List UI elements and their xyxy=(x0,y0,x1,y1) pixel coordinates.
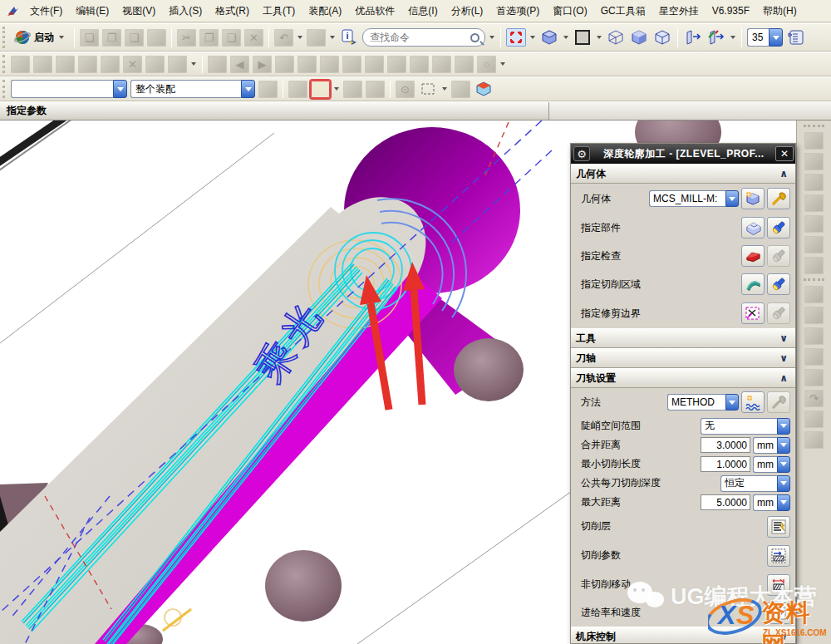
menu-help[interactable]: 帮助(H) xyxy=(756,2,804,21)
method-combo[interactable]: METHOD xyxy=(667,394,739,410)
machine-tool-view-icon[interactable] xyxy=(804,174,824,191)
save-icon[interactable]: ❑ xyxy=(125,29,144,47)
synchronous-move-icon[interactable] xyxy=(706,28,726,47)
menu-preferences[interactable]: 首选项(P) xyxy=(489,2,546,21)
select-part-button[interactable] xyxy=(741,217,765,238)
menu-information[interactable]: 信息(I) xyxy=(401,2,444,21)
find-component-icon[interactable] xyxy=(11,56,30,73)
merge-unit-value[interactable]: mm xyxy=(753,437,777,454)
cut-levels-button[interactable] xyxy=(767,516,790,538)
max-distance-input[interactable]: 5.0000 xyxy=(701,494,750,510)
depth-per-cut-combo[interactable]: 恒定 xyxy=(720,475,790,492)
interpart-link-icon[interactable] xyxy=(432,56,451,73)
shaded-dropdown-icon[interactable] xyxy=(563,36,568,39)
print-icon[interactable] xyxy=(147,29,166,47)
toolbar-drag-handle[interactable] xyxy=(804,278,824,281)
select-cut-area-button[interactable] xyxy=(741,273,765,295)
shaded-view-icon[interactable] xyxy=(539,28,559,47)
select-trim-boundary-button[interactable] xyxy=(741,302,765,324)
dialog-options-gear-icon[interactable]: ⚙ xyxy=(573,146,590,161)
merge-unit-combo[interactable]: mm xyxy=(753,437,790,454)
window-dropdown-icon[interactable] xyxy=(330,36,335,39)
section-tool-axis[interactable]: 刀轴 ∨ xyxy=(571,348,795,368)
list-toolpath-icon[interactable] xyxy=(804,431,824,449)
edit-geometry-wrench-button[interactable] xyxy=(767,188,790,209)
toolbar-drag-handle[interactable] xyxy=(2,80,7,98)
collapse-up-icon[interactable]: ∧ xyxy=(777,168,790,179)
new-file-icon[interactable]: ❏ xyxy=(80,29,99,47)
merge-unit-arrow-icon[interactable] xyxy=(777,437,790,454)
pattern-component-icon[interactable] xyxy=(168,56,187,73)
deformable-part-icon[interactable] xyxy=(455,56,474,73)
cutting-parameters-button[interactable] xyxy=(767,545,790,567)
open-file-icon[interactable]: ❐ xyxy=(102,29,121,47)
depth-combo-arrow-icon[interactable] xyxy=(777,475,790,492)
background-dropdown-icon[interactable] xyxy=(597,36,602,39)
search-icon[interactable] xyxy=(470,33,479,42)
point-on-curve-icon[interactable] xyxy=(343,81,362,98)
toolbar-drag-handle[interactable] xyxy=(2,27,7,48)
post-process-icon[interactable]: ↷ xyxy=(804,390,824,407)
method-combo-arrow-icon[interactable] xyxy=(725,394,739,410)
command-finder[interactable] xyxy=(362,28,485,47)
copy-icon[interactable]: ❐ xyxy=(199,29,219,47)
menu-window[interactable]: 窗口(O) xyxy=(546,2,593,21)
snap-point-active-icon[interactable] xyxy=(311,81,330,98)
mirror-assembly-icon[interactable] xyxy=(387,56,406,73)
create-operation-icon[interactable] xyxy=(804,369,824,386)
search-input[interactable] xyxy=(368,31,470,44)
min-cut-unit-combo[interactable]: mm xyxy=(753,456,790,473)
operation-navigator-icon[interactable] xyxy=(804,132,824,150)
face-analysis-cube-icon[interactable] xyxy=(652,28,672,47)
min-cut-unit-value[interactable]: mm xyxy=(753,456,777,473)
dialog-titlebar[interactable]: ⚙ 深度轮廓加工 - [ZLEVEL_PROF... ✕ xyxy=(571,144,795,164)
layer-setting-combo[interactable]: 35 xyxy=(747,28,783,47)
expand-down-icon[interactable]: ∨ xyxy=(777,332,790,344)
geometry-value[interactable]: MCS_MILL-M: xyxy=(649,190,725,207)
find-in-navigator-icon[interactable] xyxy=(258,81,278,98)
show-component-icon[interactable] xyxy=(56,56,75,73)
new-method-button[interactable] xyxy=(741,391,765,413)
select-dropdown-icon[interactable] xyxy=(442,87,447,91)
window-layout-icon[interactable] xyxy=(307,29,326,47)
delete-icon[interactable]: ✕ xyxy=(244,29,263,47)
wave-link-icon[interactable] xyxy=(410,56,429,73)
fit-view-icon[interactable] xyxy=(506,28,526,47)
move-component-icon[interactable] xyxy=(365,56,384,73)
undo-dropdown-icon[interactable] xyxy=(297,36,302,39)
paste-icon[interactable]: ❑ xyxy=(222,29,241,47)
geometry-view-icon[interactable] xyxy=(804,194,824,212)
filter-value[interactable] xyxy=(11,80,113,98)
merge-distance-input[interactable]: 3.0000 xyxy=(701,437,750,453)
program-order-icon[interactable] xyxy=(804,153,824,170)
create-geometry-icon[interactable] xyxy=(804,327,824,345)
scope-combo-arrow-icon[interactable] xyxy=(241,80,255,98)
shop-doc-icon[interactable] xyxy=(804,410,824,428)
scope-value[interactable]: 整个装配 xyxy=(130,80,241,98)
method-value[interactable]: METHOD xyxy=(667,394,725,410)
start-button[interactable]: 启动 xyxy=(9,27,71,48)
snap-point-icon[interactable] xyxy=(288,81,307,98)
steep-value[interactable]: 无 xyxy=(701,418,777,435)
replace-component-icon[interactable] xyxy=(145,56,165,73)
check-clearance-icon[interactable] xyxy=(320,56,339,73)
display-cut-area-flashlight-button[interactable] xyxy=(767,273,790,295)
hide-component-icon[interactable] xyxy=(78,56,97,73)
collapse-up-icon[interactable]: ∧ xyxy=(777,372,790,384)
section-tool[interactable]: 工具 ∨ xyxy=(571,328,795,348)
shaded-cube-icon[interactable] xyxy=(629,28,649,47)
menu-edit[interactable]: 编辑(E) xyxy=(69,2,116,21)
fit-dropdown-icon[interactable] xyxy=(530,36,535,39)
steep-combo[interactable]: 无 xyxy=(701,418,790,435)
generate-toolpath-icon[interactable] xyxy=(804,236,824,253)
point-on-face-icon[interactable] xyxy=(366,81,385,98)
menu-analysis[interactable]: 分析(L) xyxy=(445,2,490,21)
method-view-icon[interactable] xyxy=(804,215,824,233)
circle-center-icon[interactable]: ⊙ xyxy=(396,81,415,98)
layer-settings-icon[interactable] xyxy=(786,28,806,47)
menu-xingkong-plugin[interactable]: 星空外挂 xyxy=(652,2,706,21)
filter-combo-arrow-icon[interactable] xyxy=(113,80,127,98)
start-dropdown-icon[interactable] xyxy=(59,36,64,39)
menu-youpin[interactable]: 优品软件 xyxy=(348,2,401,21)
max-distance-unit-arrow-icon[interactable] xyxy=(777,494,790,511)
